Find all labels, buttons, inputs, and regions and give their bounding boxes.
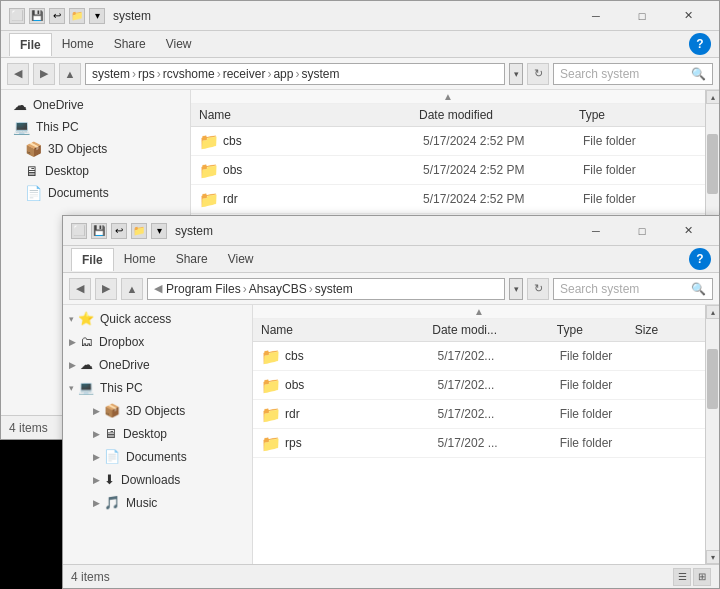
win2-sidebar-3dobjects-label: 3D Objects — [126, 404, 185, 418]
win1-tab-home[interactable]: Home — [52, 33, 104, 55]
win2-tab-share[interactable]: Share — [166, 248, 218, 270]
win1-search-box[interactable]: Search system 🔍 — [553, 63, 713, 85]
win2-back-btn[interactable]: ◀ — [69, 278, 91, 300]
win2-sidebar-3dobjects[interactable]: ▶ 📦 3D Objects — [63, 399, 252, 422]
win1-scroll-up[interactable]: ▴ — [706, 90, 720, 104]
win1-tab-file[interactable]: File — [9, 33, 52, 56]
win1-sidebar-3dobjects-label: 3D Objects — [48, 142, 107, 156]
win2-maximize-btn[interactable]: □ — [619, 216, 665, 246]
file-date: 5/17/2024 2:52 PM — [423, 163, 583, 177]
file-date: 5/17/202 ... — [438, 436, 560, 450]
win2-view-icons: ☰ ⊞ — [673, 568, 711, 586]
folder-icon: 📁 — [199, 161, 217, 179]
win1-col-date[interactable]: Date modified — [419, 108, 579, 122]
win1-addr-dropdown[interactable]: ▾ — [509, 63, 523, 85]
win1-sidebar-onedrive-label: OneDrive — [33, 98, 84, 112]
win1-up-btn[interactable]: ▲ — [59, 63, 81, 85]
win2-scroll-thumb[interactable] — [707, 349, 718, 409]
win2-sidebar-dropbox[interactable]: ▶ 🗂 Dropbox — [63, 330, 252, 353]
win1-sidebar-documents[interactable]: 📄 Documents — [1, 182, 190, 204]
win2-sidebar: ▾ ⭐ Quick access ▶ 🗂 Dropbox ▶ ☁ OneDriv… — [63, 305, 253, 564]
file-date: 5/17/202... — [438, 407, 560, 421]
win1-minimize-btn[interactable]: ─ — [573, 1, 619, 31]
win2-help-btn[interactable]: ? — [689, 248, 711, 270]
win1-controls: ─ □ ✕ — [573, 1, 711, 31]
win2-col-type[interactable]: Type — [557, 323, 635, 337]
win1-address-path[interactable]: system › rps › rcvshome › receiver › app… — [85, 63, 505, 85]
win2-col-name[interactable]: Name — [261, 323, 432, 337]
win1-sidebar-desktop[interactable]: 🖥 Desktop — [1, 160, 190, 182]
file-name: rdr — [285, 407, 438, 421]
win2-sidebar-thispc[interactable]: ▾ 💻 This PC — [63, 376, 252, 399]
win2-tab-view[interactable]: View — [218, 248, 264, 270]
win2-minimize-btn[interactable]: ─ — [573, 216, 619, 246]
win1-close-btn[interactable]: ✕ — [665, 1, 711, 31]
win2-up-btn[interactable]: ▲ — [121, 278, 143, 300]
win1-sidebar-3dobjects[interactable]: 📦 3D Objects — [1, 138, 190, 160]
table-row[interactable]: 📁 cbs 5/17/202... File folder — [253, 342, 705, 371]
win2-view-list-btn[interactable]: ☰ — [673, 568, 691, 586]
win1-search-icon: 🔍 — [691, 67, 706, 81]
win1-path-seg-2: rps — [138, 67, 155, 81]
win1-tab-view[interactable]: View — [156, 33, 202, 55]
win1-dropdown[interactable]: ▾ — [89, 8, 105, 24]
table-row[interactable]: 📁 rps 5/17/202 ... File folder — [253, 429, 705, 458]
table-row[interactable]: 📁 obs 5/17/202... File folder — [253, 371, 705, 400]
win2-dropdown[interactable]: ▾ — [151, 223, 167, 239]
win2-item-count: 4 items — [71, 570, 110, 584]
win2-sidebar-music[interactable]: ▶ 🎵 Music — [63, 491, 252, 514]
win1-col-type[interactable]: Type — [579, 108, 679, 122]
win1-help-btn[interactable]: ? — [689, 33, 711, 55]
win2-sidebar-desktop[interactable]: ▶ 🖥 Desktop — [63, 422, 252, 445]
win1-forward-btn[interactable]: ▶ — [33, 63, 55, 85]
win1-tab-share[interactable]: Share — [104, 33, 156, 55]
win2-tab-home[interactable]: Home — [114, 248, 166, 270]
win2-col-size[interactable]: Size — [635, 323, 697, 337]
win2-address-path[interactable]: ◀ Program Files › AhsayCBS › system — [147, 278, 505, 300]
win2-column-header: Name Date modi... Type Size — [253, 319, 705, 342]
win2-scroll-up[interactable]: ▴ — [706, 305, 720, 319]
win1-sidebar-onedrive[interactable]: ☁ OneDrive — [1, 94, 190, 116]
win2-status-bar: 4 items ☰ ⊞ — [63, 564, 719, 588]
win1-icon-folder: 📁 — [69, 8, 85, 24]
win1-col-name[interactable]: Name — [199, 108, 419, 122]
folder-icon: 📁 — [261, 405, 279, 423]
quickaccess-expand-icon: ▾ — [69, 314, 74, 324]
win1-maximize-btn[interactable]: □ — [619, 1, 665, 31]
win1-sidebar-thispc[interactable]: 💻 This PC — [1, 116, 190, 138]
table-row[interactable]: 📁 cbs 5/17/2024 2:52 PM File folder — [191, 127, 705, 156]
win2-sidebar-documents[interactable]: ▶ 📄 Documents — [63, 445, 252, 468]
win2-refresh-btn[interactable]: ↻ — [527, 278, 549, 300]
win1-icon-save: 💾 — [29, 8, 45, 24]
titlebar-1: ⬜ 💾 ↩ 📁 ▾ system ─ □ ✕ — [1, 1, 719, 31]
win1-refresh-btn[interactable]: ↻ — [527, 63, 549, 85]
win2-path-seg-1: Program Files — [166, 282, 241, 296]
win2-view-grid-btn[interactable]: ⊞ — [693, 568, 711, 586]
file-type: File folder — [560, 378, 636, 392]
win2-ribbon: File Home Share View ? — [63, 246, 719, 273]
win2-col-date[interactable]: Date modi... — [432, 323, 557, 337]
documents2-expand-icon: ▶ — [93, 452, 100, 462]
win2-scroll-track[interactable] — [706, 319, 719, 550]
win1-back-btn[interactable]: ◀ — [7, 63, 29, 85]
downloads-icon: ⬇ — [104, 472, 115, 487]
table-row[interactable]: 📁 obs 5/17/2024 2:52 PM File folder — [191, 156, 705, 185]
win2-sidebar-onedrive[interactable]: ▶ ☁ OneDrive — [63, 353, 252, 376]
file-type: File folder — [583, 163, 683, 177]
quickaccess-icon: ⭐ — [78, 311, 94, 326]
win2-sidebar-quickaccess[interactable]: ▾ ⭐ Quick access — [63, 307, 252, 330]
win1-scroll-thumb[interactable] — [707, 134, 718, 194]
win1-title: system — [113, 9, 573, 23]
onedrive2-expand-icon: ▶ — [69, 360, 76, 370]
win2-forward-btn[interactable]: ▶ — [95, 278, 117, 300]
win2-tab-file[interactable]: File — [71, 248, 114, 271]
table-row[interactable]: 📁 rdr 5/17/202... File folder — [253, 400, 705, 429]
table-row[interactable]: 📁 rdr 5/17/2024 2:52 PM File folder — [191, 185, 705, 214]
win2-addr-dropdown[interactable]: ▾ — [509, 278, 523, 300]
win2-scroll-down[interactable]: ▾ — [706, 550, 720, 564]
win2-search-box[interactable]: Search system 🔍 — [553, 278, 713, 300]
win2-sidebar-downloads[interactable]: ▶ ⬇ Downloads — [63, 468, 252, 491]
file-name: cbs — [223, 134, 423, 148]
win2-close-btn[interactable]: ✕ — [665, 216, 711, 246]
documents-icon: 📄 — [25, 185, 42, 201]
